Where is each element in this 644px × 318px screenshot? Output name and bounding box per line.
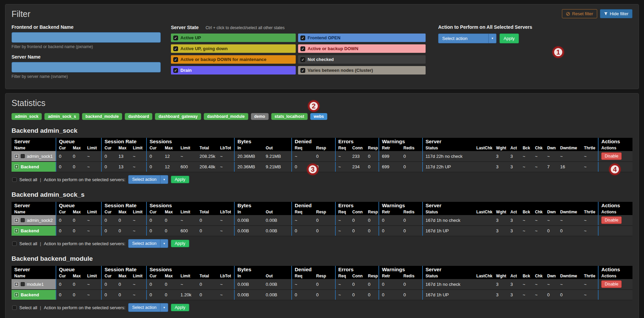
checkbox-checked-icon[interactable]: ✓	[300, 57, 305, 62]
stat-cell: ~	[130, 226, 147, 236]
stat-cell: 0	[545, 226, 558, 236]
stat-cell: 0	[313, 226, 335, 236]
backend-badge[interactable]: admin_sock	[12, 113, 42, 120]
row-checkbox[interactable]	[21, 282, 25, 286]
stat-cell: 13	[116, 162, 130, 172]
column-header: Total	[197, 145, 217, 151]
expand-icon[interactable]: +	[14, 218, 19, 222]
action-select[interactable]: Select action▼	[128, 239, 169, 248]
stat-cell: 12	[162, 151, 178, 162]
stat-cell: 167d 1h no check	[423, 215, 474, 226]
column-header: In	[234, 209, 263, 215]
backend-tables: Backend admin_sockServerQueueSession Rat…	[12, 127, 632, 312]
checkbox-checked-icon[interactable]: ✓	[300, 36, 305, 40]
stat-cell: 0	[197, 290, 217, 300]
server-name-input[interactable]	[12, 62, 161, 72]
stat-cell: ~	[581, 162, 598, 172]
checkbox-checked-icon[interactable]: ✓	[173, 68, 178, 73]
expand-icon[interactable]: +	[14, 229, 19, 233]
apply-button[interactable]: Apply	[171, 304, 189, 311]
state-filter-frontend-open[interactable]: ✓Frontend OPEN	[298, 34, 426, 42]
backend-badge[interactable]: demo	[251, 113, 269, 120]
row-name: admin_sock2	[27, 218, 53, 223]
apply-button[interactable]: Apply	[171, 176, 189, 183]
state-label: Varies between nodes (Cluster)	[308, 68, 373, 73]
backend-badge[interactable]: backend_module	[82, 113, 122, 120]
stat-cell: 0.00B	[263, 226, 292, 236]
stat-cell: ~	[581, 279, 598, 290]
column-header: Dwntime	[558, 145, 581, 151]
stat-cell: ~	[292, 279, 313, 290]
disable-button[interactable]: Disable	[601, 280, 622, 288]
column-header: Thrtle	[581, 209, 598, 215]
backend-badge[interactable]: stats_localhost	[271, 113, 308, 120]
chevron-down-icon: ▼	[160, 175, 168, 184]
column-group-header: Denied	[292, 138, 335, 145]
stat-cell: 0	[56, 162, 70, 172]
stat-cell: 699	[379, 151, 401, 162]
backend-badge[interactable]: dashboard	[125, 113, 152, 120]
state-filter-active-up[interactable]: ✓Active UP	[171, 34, 296, 42]
column-group-header: Server	[423, 138, 598, 145]
select-all-checkbox[interactable]	[12, 241, 17, 246]
column-group-header: Bytes	[234, 202, 292, 209]
hide-filter-button[interactable]: Hide filter	[600, 9, 632, 18]
state-filter-active-or-backup-down[interactable]: ✓Active or backup DOWN	[298, 44, 426, 53]
action-row-label: Action to perform on the selected server…	[44, 241, 125, 246]
column-header: Limit	[130, 273, 147, 279]
stat-cell: 3	[493, 279, 508, 290]
frontend-name-input[interactable]	[12, 32, 161, 43]
checkbox-checked-icon[interactable]: ✓	[173, 36, 178, 40]
column-header: Dwn	[545, 273, 558, 279]
apply-button[interactable]: Apply	[171, 240, 189, 247]
chevron-down-icon: ▼	[488, 34, 496, 43]
stat-cell: 16	[558, 162, 581, 172]
action-select[interactable]: Select action▼	[128, 303, 169, 312]
action-select[interactable]: Select action▼	[128, 175, 169, 184]
backend-badge[interactable]: webs	[310, 113, 327, 120]
checkbox-checked-icon[interactable]: ✓	[173, 57, 178, 62]
state-filter-active-up-going-down[interactable]: ✓Active UP, going down	[171, 44, 296, 53]
row-checkbox[interactable]	[21, 154, 25, 158]
column-header: LastChk	[474, 145, 493, 151]
checkbox-checked-icon[interactable]: ✓	[300, 68, 305, 73]
disable-button[interactable]: Disable	[601, 152, 622, 160]
column-group-header: Actions	[598, 202, 632, 209]
stat-cell: ~	[130, 215, 147, 226]
select-all-checkbox[interactable]	[12, 305, 17, 310]
column-header: Cur	[147, 145, 162, 151]
column-group-header: Session Rate	[101, 202, 147, 209]
stat-cell: 3	[493, 290, 508, 300]
bulk-apply-button[interactable]: Apply	[500, 34, 519, 43]
select-all-checkbox[interactable]	[12, 177, 17, 182]
state-filter-varies-between-nodes-cluster-[interactable]: ✓Varies between nodes (Cluster)	[298, 66, 426, 75]
state-filter-active-or-backup-down-for-maintenance[interactable]: ✓Active or backup DOWN for maintenance	[171, 55, 296, 64]
stat-cell: ~	[84, 290, 101, 300]
actions-cell: Disable	[598, 215, 632, 226]
backend-badge[interactable]: dashboard_module	[204, 113, 248, 120]
column-header: Limit	[130, 145, 147, 151]
stat-cell: 117d 22h UP	[423, 162, 474, 172]
state-filter-not-checked[interactable]: ✓Not checked	[298, 55, 426, 64]
expand-icon[interactable]: +	[14, 154, 19, 158]
stat-cell: ~	[520, 279, 532, 290]
reset-filter-button[interactable]: Reset filter	[562, 9, 597, 18]
expand-icon[interactable]: +	[14, 165, 19, 169]
checkbox-checked-icon[interactable]: ✓	[173, 46, 178, 51]
checkbox-checked-icon[interactable]: ✓	[300, 46, 305, 51]
expand-icon[interactable]: +	[14, 293, 19, 297]
stat-cell: 0	[147, 215, 162, 226]
server-state-grid: ✓Active UP✓Frontend OPEN✓Active UP, goin…	[171, 34, 428, 75]
stat-cell: ~	[292, 215, 313, 226]
stat-cell: 0	[56, 226, 70, 236]
stat-cell: 0	[101, 151, 116, 162]
disable-button[interactable]: Disable	[601, 216, 622, 224]
server-name-label: Server Name	[12, 54, 161, 60]
state-filter-drain[interactable]: ✓Drain	[171, 66, 296, 75]
backend-badge[interactable]: admin_sock_s	[44, 113, 79, 120]
row-checkbox[interactable]	[21, 218, 25, 222]
stat-cell: 0	[147, 151, 162, 162]
bulk-action-select[interactable]: Select action ▼	[438, 34, 496, 43]
backend-badge[interactable]: dashboard_gateway	[155, 113, 201, 120]
expand-icon[interactable]: +	[14, 282, 19, 287]
